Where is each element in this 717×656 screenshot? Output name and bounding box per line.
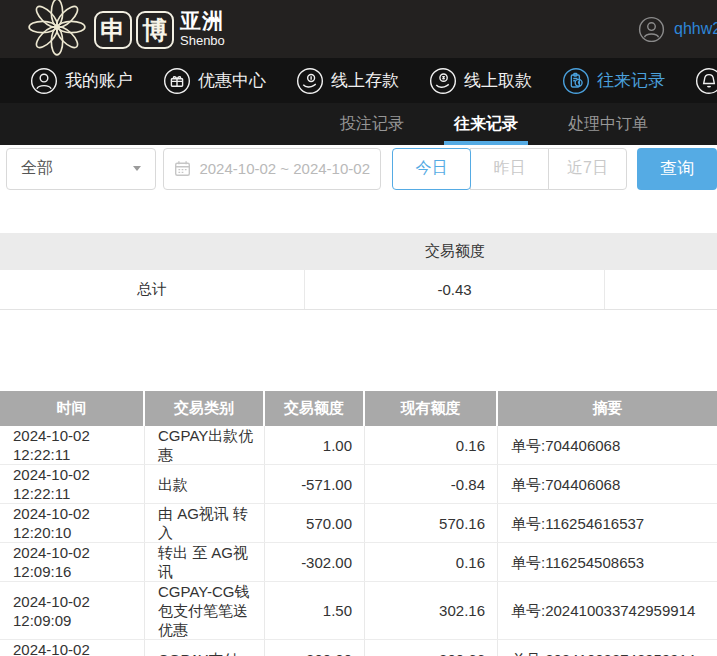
table-header-row: 时间 交易类别 交易额度 现有额度 摘要 bbox=[0, 391, 717, 426]
nav-item-my-account[interactable]: 我的账户 bbox=[30, 67, 133, 95]
tab-betting-records[interactable]: 投注记录 bbox=[330, 103, 414, 145]
col-header-balance: 现有额度 bbox=[365, 391, 498, 426]
cell-time: 2024-10-02 12:22:11 bbox=[0, 465, 145, 503]
cell-type: 由 AG视讯 转入 bbox=[145, 504, 265, 542]
cell-balance: 300.66 bbox=[365, 640, 498, 656]
cell-time: 2024-10-02 12:20:10 bbox=[0, 504, 145, 542]
tab-processing-orders[interactable]: 处理中订单 bbox=[558, 103, 658, 145]
brand-en-text: Shenbo bbox=[180, 34, 225, 47]
cell-amount: 300.00 bbox=[265, 640, 365, 656]
chevron-down-icon bbox=[133, 166, 141, 171]
nav-item-deposit[interactable]: 线上存款 bbox=[296, 67, 399, 95]
type-select-value: 全部 bbox=[21, 158, 53, 179]
brand-wordmark: 亚洲 Shenbo bbox=[180, 10, 225, 47]
date-range-input[interactable]: 2024-10-02 ~ 2024-10-02 bbox=[163, 148, 381, 190]
deposit-icon bbox=[296, 67, 324, 95]
tab-label: 处理中订单 bbox=[568, 114, 648, 135]
transactions-table: 时间 交易类别 交易额度 现有额度 摘要 2024-10-02 12:22:11… bbox=[0, 391, 717, 656]
summary-total-label: 总计 bbox=[0, 270, 305, 309]
quick-range-group: 今日 昨日 近7日 bbox=[392, 148, 627, 190]
main-nav: 我的账户 优惠中心 线上存款 bbox=[0, 58, 717, 103]
cell-memo: 单号:704406068 bbox=[498, 465, 717, 503]
cell-balance: 302.16 bbox=[365, 582, 498, 639]
user-circle-icon bbox=[30, 67, 58, 95]
table-row: 2024-10-02 12:09:16 转出 至 AG视讯 -302.00 0.… bbox=[0, 543, 717, 582]
table-row: 2024-10-02 12:22:11 CGPAY出款优惠 1.00 0.16 … bbox=[0, 426, 717, 465]
cell-time: 2024-10-02 12:22:11 bbox=[0, 426, 145, 464]
cell-memo: 单号:116254508653 bbox=[498, 543, 717, 581]
brand-char-bo: 博 bbox=[136, 11, 174, 49]
calendar-icon bbox=[174, 160, 191, 177]
flower-logo-icon bbox=[26, 0, 88, 58]
cell-time: 2024-10-02 12:09:09 bbox=[0, 640, 145, 656]
user-avatar-icon bbox=[638, 16, 665, 43]
brand-char-1-text: 申 bbox=[101, 14, 126, 47]
summary-total-row: 总计 -0.43 bbox=[0, 270, 717, 310]
cell-time: 2024-10-02 12:09:16 bbox=[0, 543, 145, 581]
gift-icon bbox=[163, 67, 191, 95]
cell-memo: 单号:202410033742959914 bbox=[498, 640, 717, 656]
cell-balance: 570.16 bbox=[365, 504, 498, 542]
username[interactable]: qhhw2 bbox=[674, 20, 717, 38]
search-button[interactable]: 查询 bbox=[637, 148, 717, 190]
type-select[interactable]: 全部 bbox=[6, 148, 156, 190]
records-icon bbox=[562, 67, 590, 95]
quick-today-button[interactable]: 今日 bbox=[392, 148, 471, 190]
col-header-amount: 交易额度 bbox=[265, 391, 365, 426]
cell-type: CGPAY出款优惠 bbox=[145, 426, 265, 464]
col-header-type: 交易类别 bbox=[145, 391, 265, 426]
summary-header-amount: 交易额度 bbox=[305, 242, 605, 261]
cell-balance: -0.84 bbox=[365, 465, 498, 503]
cell-type: CGPAY支付 bbox=[145, 640, 265, 656]
cell-amount: 570.00 bbox=[265, 504, 365, 542]
cell-memo: 单号:704406068 bbox=[498, 426, 717, 464]
nav-item-messages[interactable]: 信息 bbox=[695, 67, 717, 95]
brand-region-text: 亚洲 bbox=[180, 10, 225, 31]
record-tabs: 投注记录 往来记录 处理中订单 bbox=[0, 103, 717, 145]
table-row: 2024-10-02 12:09:09 CGPAY支付 300.00 300.6… bbox=[0, 640, 717, 656]
filter-bar: 全部 2024-10-02 ~ 2024-10-02 今日 昨日 近7日 查询 bbox=[0, 145, 717, 192]
table-row: 2024-10-02 12:09:09 CGPAY-CG钱包支付笔笔送优惠 1.… bbox=[0, 582, 717, 640]
tab-label: 投注记录 bbox=[340, 114, 404, 135]
user-area[interactable]: qhhw2 bbox=[638, 0, 717, 58]
date-range-value: 2024-10-02 ~ 2024-10-02 bbox=[199, 160, 370, 177]
nav-item-withdraw[interactable]: 线上取款 bbox=[429, 67, 532, 95]
withdraw-icon bbox=[429, 67, 457, 95]
cell-balance: 0.16 bbox=[365, 426, 498, 464]
cell-type: 转出 至 AG视讯 bbox=[145, 543, 265, 581]
summary-header-row: 交易额度 bbox=[0, 233, 717, 270]
quick-last7days-button[interactable]: 近7日 bbox=[548, 148, 627, 190]
quick-button-label: 今日 bbox=[416, 158, 448, 179]
nav-label: 我的账户 bbox=[65, 69, 133, 92]
nav-label: 线上取款 bbox=[464, 69, 532, 92]
cell-balance: 0.16 bbox=[365, 543, 498, 581]
table-row: 2024-10-02 12:20:10 由 AG视讯 转入 570.00 570… bbox=[0, 504, 717, 543]
cell-type: CGPAY-CG钱包支付笔笔送优惠 bbox=[145, 582, 265, 639]
tab-transaction-records[interactable]: 往来记录 bbox=[444, 103, 528, 145]
cell-memo: 单号:116254616537 bbox=[498, 504, 717, 542]
cell-time: 2024-10-02 12:09:09 bbox=[0, 582, 145, 639]
nav-label: 优惠中心 bbox=[198, 69, 266, 92]
table-row: 2024-10-02 12:22:11 出款 -571.00 -0.84 单号:… bbox=[0, 465, 717, 504]
nav-item-promotions[interactable]: 优惠中心 bbox=[163, 67, 266, 95]
nav-label: 线上存款 bbox=[331, 69, 399, 92]
cell-type: 出款 bbox=[145, 465, 265, 503]
nav-item-transaction-records[interactable]: 往来记录 bbox=[562, 67, 665, 95]
summary-empty-cell bbox=[605, 270, 717, 309]
brand-char-shen: 申 bbox=[94, 11, 132, 49]
nav-label: 往来记录 bbox=[597, 69, 665, 92]
summary-total-value: -0.43 bbox=[305, 270, 605, 309]
summary-table: 交易额度 总计 -0.43 bbox=[0, 233, 717, 310]
bell-icon bbox=[695, 67, 717, 95]
quick-button-label: 昨日 bbox=[494, 158, 526, 179]
brand-char-2-text: 博 bbox=[143, 14, 168, 47]
tab-label: 往来记录 bbox=[454, 114, 518, 135]
page: 申 博 亚洲 Shenbo qhhw2 我的账户 bbox=[0, 0, 717, 656]
cell-amount: -571.00 bbox=[265, 465, 365, 503]
cell-memo: 单号:202410033742959914 bbox=[498, 582, 717, 639]
quick-button-label: 近7日 bbox=[567, 158, 608, 179]
quick-yesterday-button[interactable]: 昨日 bbox=[470, 148, 549, 190]
brand-header: 申 博 亚洲 Shenbo qhhw2 bbox=[0, 0, 717, 58]
cell-amount: 1.50 bbox=[265, 582, 365, 639]
col-header-memo: 摘要 bbox=[498, 391, 717, 426]
